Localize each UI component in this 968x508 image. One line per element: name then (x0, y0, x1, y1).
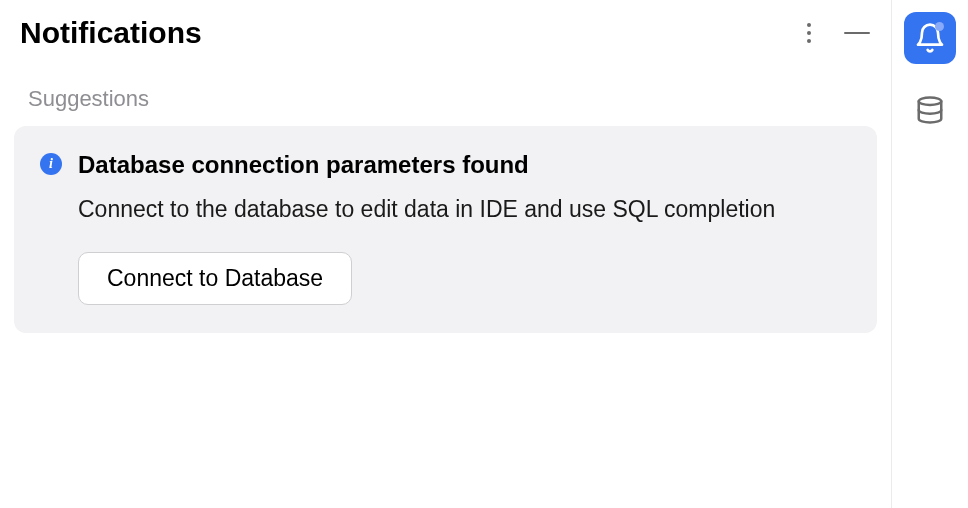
info-icon: i (40, 153, 62, 175)
database-sidebar-button[interactable] (904, 84, 956, 136)
right-sidebar (892, 0, 968, 508)
notification-description: Connect to the database to edit data in … (78, 192, 851, 228)
panel-title: Notifications (20, 16, 202, 50)
panel-header: Notifications (0, 0, 891, 58)
notification-indicator-dot (935, 22, 944, 31)
notification-title: Database connection parameters found (78, 150, 851, 180)
more-options-button[interactable] (795, 19, 823, 47)
minimize-button[interactable] (843, 19, 871, 47)
svg-point-0 (919, 98, 942, 106)
connect-to-database-button[interactable]: Connect to Database (78, 252, 352, 305)
header-actions (795, 19, 871, 47)
card-content: Database connection parameters found Con… (78, 150, 851, 305)
card-header: i Database connection parameters found C… (40, 150, 851, 305)
notification-card: i Database connection parameters found C… (14, 126, 877, 333)
notifications-panel: Notifications Suggestions i Database con… (0, 0, 892, 508)
minimize-icon (844, 32, 870, 34)
more-vertical-icon (807, 23, 811, 43)
notifications-sidebar-button[interactable] (904, 12, 956, 64)
database-icon (915, 95, 945, 125)
section-label: Suggestions (0, 58, 891, 126)
